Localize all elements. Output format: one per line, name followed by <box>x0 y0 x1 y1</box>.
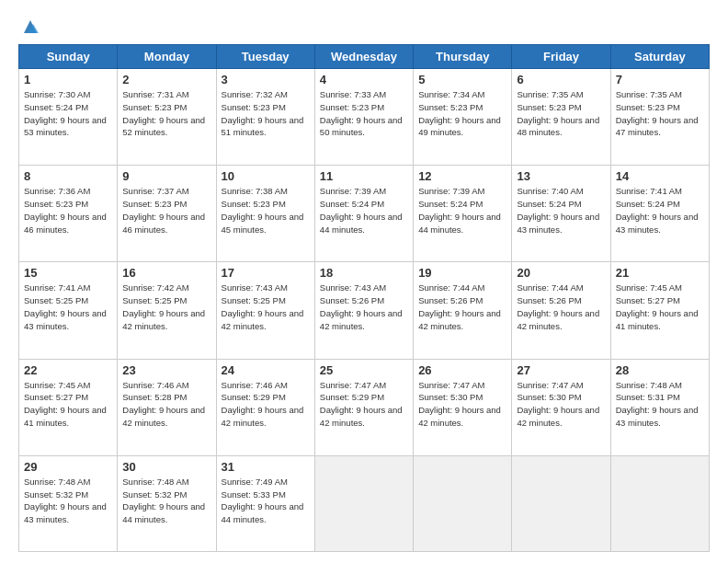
table-row: 10Sunrise: 7:38 AM Sunset: 5:23 PM Dayli… <box>216 166 314 262</box>
cell-info: Sunrise: 7:39 AM Sunset: 5:24 PM Dayligh… <box>320 185 408 236</box>
header-friday: Friday <box>512 45 610 69</box>
table-row <box>414 455 512 551</box>
table-row: 4Sunrise: 7:33 AM Sunset: 5:23 PM Daylig… <box>314 69 413 166</box>
calendar-week-row: 1Sunrise: 7:30 AM Sunset: 5:24 PM Daylig… <box>19 69 710 166</box>
day-number: 14 <box>616 169 704 183</box>
day-number: 20 <box>517 266 605 280</box>
cell-info: Sunrise: 7:31 AM Sunset: 5:23 PM Dayligh… <box>122 88 210 139</box>
table-row: 14Sunrise: 7:41 AM Sunset: 5:24 PM Dayli… <box>610 166 709 262</box>
table-row: 2Sunrise: 7:31 AM Sunset: 5:23 PM Daylig… <box>118 69 216 166</box>
table-row: 11Sunrise: 7:39 AM Sunset: 5:24 PM Dayli… <box>314 166 413 262</box>
day-number: 31 <box>222 460 310 474</box>
logo <box>18 17 40 37</box>
cell-info: Sunrise: 7:38 AM Sunset: 5:23 PM Dayligh… <box>222 185 310 236</box>
table-row <box>512 455 610 551</box>
table-row <box>610 455 709 551</box>
table-row: 12Sunrise: 7:39 AM Sunset: 5:24 PM Dayli… <box>414 166 512 262</box>
table-row: 16Sunrise: 7:42 AM Sunset: 5:25 PM Dayli… <box>118 262 216 359</box>
day-number: 2 <box>122 73 210 86</box>
header-tuesday: Tuesday <box>216 45 314 69</box>
day-number: 7 <box>616 73 704 86</box>
cell-info: Sunrise: 7:48 AM Sunset: 5:32 PM Dayligh… <box>122 476 210 526</box>
table-row: 18Sunrise: 7:43 AM Sunset: 5:26 PM Dayli… <box>314 262 413 359</box>
day-number: 3 <box>222 73 310 86</box>
page: Sunday Monday Tuesday Wednesday Thursday… <box>0 0 728 563</box>
day-number: 25 <box>320 363 408 377</box>
day-number: 21 <box>616 266 704 280</box>
cell-info: Sunrise: 7:30 AM Sunset: 5:24 PM Dayligh… <box>24 88 112 139</box>
table-row: 21Sunrise: 7:45 AM Sunset: 5:27 PM Dayli… <box>610 262 709 359</box>
table-row: 9Sunrise: 7:37 AM Sunset: 5:23 PM Daylig… <box>118 166 216 262</box>
table-row: 3Sunrise: 7:32 AM Sunset: 5:23 PM Daylig… <box>216 69 314 166</box>
cell-info: Sunrise: 7:44 AM Sunset: 5:26 PM Dayligh… <box>418 282 506 332</box>
table-row: 1Sunrise: 7:30 AM Sunset: 5:24 PM Daylig… <box>19 69 118 166</box>
header-monday: Monday <box>118 45 216 69</box>
day-number: 18 <box>320 266 408 280</box>
cell-info: Sunrise: 7:48 AM Sunset: 5:31 PM Dayligh… <box>616 379 704 430</box>
day-number: 5 <box>418 73 506 86</box>
calendar-week-row: 29Sunrise: 7:48 AM Sunset: 5:32 PM Dayli… <box>19 455 710 551</box>
day-number: 10 <box>222 169 310 183</box>
table-row: 13Sunrise: 7:40 AM Sunset: 5:24 PM Dayli… <box>512 166 610 262</box>
table-row: 31Sunrise: 7:49 AM Sunset: 5:33 PM Dayli… <box>216 455 314 551</box>
table-row: 26Sunrise: 7:47 AM Sunset: 5:30 PM Dayli… <box>414 359 512 455</box>
table-row: 23Sunrise: 7:46 AM Sunset: 5:28 PM Dayli… <box>118 359 216 455</box>
calendar-week-row: 22Sunrise: 7:45 AM Sunset: 5:27 PM Dayli… <box>19 359 710 455</box>
cell-info: Sunrise: 7:47 AM Sunset: 5:29 PM Dayligh… <box>320 379 408 430</box>
header-wednesday: Wednesday <box>314 45 413 69</box>
day-number: 12 <box>418 169 506 183</box>
day-number: 28 <box>616 363 704 377</box>
cell-info: Sunrise: 7:40 AM Sunset: 5:24 PM Dayligh… <box>517 185 605 236</box>
day-number: 17 <box>222 266 310 280</box>
day-number: 11 <box>320 169 408 183</box>
cell-info: Sunrise: 7:46 AM Sunset: 5:28 PM Dayligh… <box>122 379 210 430</box>
day-number: 24 <box>222 363 310 377</box>
table-row: 6Sunrise: 7:35 AM Sunset: 5:23 PM Daylig… <box>512 69 610 166</box>
cell-info: Sunrise: 7:36 AM Sunset: 5:23 PM Dayligh… <box>24 185 112 236</box>
table-row: 15Sunrise: 7:41 AM Sunset: 5:25 PM Dayli… <box>19 262 118 359</box>
cell-info: Sunrise: 7:41 AM Sunset: 5:25 PM Dayligh… <box>24 282 112 332</box>
table-row: 22Sunrise: 7:45 AM Sunset: 5:27 PM Dayli… <box>19 359 118 455</box>
table-row: 17Sunrise: 7:43 AM Sunset: 5:25 PM Dayli… <box>216 262 314 359</box>
day-number: 19 <box>418 266 506 280</box>
day-number: 29 <box>24 460 112 474</box>
cell-info: Sunrise: 7:46 AM Sunset: 5:29 PM Dayligh… <box>222 379 310 430</box>
cell-info: Sunrise: 7:39 AM Sunset: 5:24 PM Dayligh… <box>418 185 506 236</box>
day-number: 15 <box>24 266 112 280</box>
cell-info: Sunrise: 7:44 AM Sunset: 5:26 PM Dayligh… <box>517 282 605 332</box>
header-sunday: Sunday <box>19 45 118 69</box>
cell-info: Sunrise: 7:47 AM Sunset: 5:30 PM Dayligh… <box>517 379 605 430</box>
cell-info: Sunrise: 7:48 AM Sunset: 5:32 PM Dayligh… <box>24 476 112 526</box>
cell-info: Sunrise: 7:45 AM Sunset: 5:27 PM Dayligh… <box>24 379 112 430</box>
calendar-week-row: 8Sunrise: 7:36 AM Sunset: 5:23 PM Daylig… <box>19 166 710 262</box>
table-row: 7Sunrise: 7:35 AM Sunset: 5:23 PM Daylig… <box>610 69 709 166</box>
day-number: 8 <box>24 169 112 183</box>
cell-info: Sunrise: 7:34 AM Sunset: 5:23 PM Dayligh… <box>418 88 506 139</box>
day-number: 30 <box>122 460 210 474</box>
table-row: 25Sunrise: 7:47 AM Sunset: 5:29 PM Dayli… <box>314 359 413 455</box>
day-number: 13 <box>517 169 605 183</box>
table-row: 5Sunrise: 7:34 AM Sunset: 5:23 PM Daylig… <box>414 69 512 166</box>
day-number: 4 <box>320 73 408 86</box>
table-row: 29Sunrise: 7:48 AM Sunset: 5:32 PM Dayli… <box>19 455 118 551</box>
cell-info: Sunrise: 7:42 AM Sunset: 5:25 PM Dayligh… <box>122 282 210 332</box>
day-number: 26 <box>418 363 506 377</box>
table-row: 27Sunrise: 7:47 AM Sunset: 5:30 PM Dayli… <box>512 359 610 455</box>
day-number: 1 <box>24 73 112 86</box>
table-row: 24Sunrise: 7:46 AM Sunset: 5:29 PM Dayli… <box>216 359 314 455</box>
logo-icon <box>20 17 40 37</box>
day-number: 22 <box>24 363 112 377</box>
table-row: 19Sunrise: 7:44 AM Sunset: 5:26 PM Dayli… <box>414 262 512 359</box>
table-row: 20Sunrise: 7:44 AM Sunset: 5:26 PM Dayli… <box>512 262 610 359</box>
table-row: 28Sunrise: 7:48 AM Sunset: 5:31 PM Dayli… <box>610 359 709 455</box>
calendar-week-row: 15Sunrise: 7:41 AM Sunset: 5:25 PM Dayli… <box>19 262 710 359</box>
header-saturday: Saturday <box>610 45 709 69</box>
table-row <box>314 455 413 551</box>
cell-info: Sunrise: 7:32 AM Sunset: 5:23 PM Dayligh… <box>222 88 310 139</box>
calendar-table: Sunday Monday Tuesday Wednesday Thursday… <box>18 44 710 552</box>
cell-info: Sunrise: 7:43 AM Sunset: 5:26 PM Dayligh… <box>320 282 408 332</box>
cell-info: Sunrise: 7:43 AM Sunset: 5:25 PM Dayligh… <box>222 282 310 332</box>
day-number: 23 <box>122 363 210 377</box>
weekday-header-row: Sunday Monday Tuesday Wednesday Thursday… <box>19 45 710 69</box>
table-row: 30Sunrise: 7:48 AM Sunset: 5:32 PM Dayli… <box>118 455 216 551</box>
